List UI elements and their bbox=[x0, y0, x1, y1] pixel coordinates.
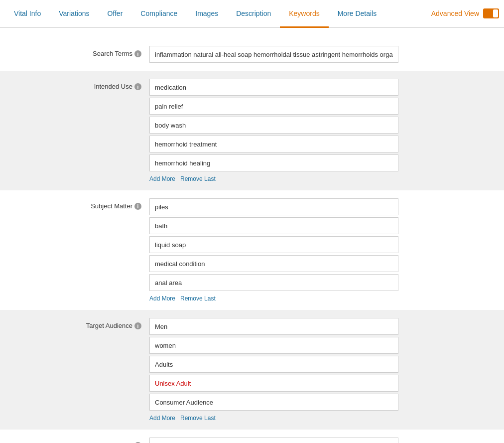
search-terms-input[interactable] bbox=[149, 46, 398, 63]
nav-tabs: Vital Info Variations Offer Compliance I… bbox=[0, 0, 504, 28]
other-attributes-section: Other Attributes i Add More Remove Last bbox=[0, 430, 504, 443]
target-audience-actions: Add More Remove Last bbox=[149, 415, 494, 422]
subject-matter-info-icon[interactable]: i bbox=[134, 203, 141, 210]
other-attributes-input-0[interactable] bbox=[149, 438, 398, 443]
intended-use-remove-last[interactable]: Remove Last bbox=[180, 175, 216, 182]
tab-vital-info[interactable]: Vital Info bbox=[5, 0, 50, 28]
intended-use-add-more[interactable]: Add More bbox=[149, 175, 175, 182]
subject-matter-add-more[interactable]: Add More bbox=[149, 295, 175, 302]
target-audience-input-2[interactable] bbox=[149, 356, 398, 373]
advanced-view-label: Advanced View bbox=[431, 9, 479, 17]
tab-variations[interactable]: Variations bbox=[50, 0, 98, 28]
target-audience-input-3[interactable] bbox=[149, 375, 398, 392]
intended-use-input-4[interactable] bbox=[149, 154, 398, 171]
target-audience-inputs: Add More Remove Last bbox=[149, 318, 494, 422]
subject-matter-actions: Add More Remove Last bbox=[149, 295, 494, 302]
target-audience-input-4[interactable] bbox=[149, 394, 398, 411]
tab-images[interactable]: Images bbox=[186, 0, 227, 28]
search-terms-label: Search Terms i bbox=[10, 46, 149, 63]
target-audience-add-more[interactable]: Add More bbox=[149, 415, 175, 422]
advanced-view-toggle[interactable] bbox=[483, 8, 499, 18]
target-audience-input-0[interactable] bbox=[149, 318, 398, 335]
subject-matter-remove-last[interactable]: Remove Last bbox=[180, 295, 216, 302]
target-audience-info-icon[interactable]: i bbox=[134, 322, 141, 329]
intended-use-input-2[interactable] bbox=[149, 117, 398, 134]
target-audience-remove-last[interactable]: Remove Last bbox=[180, 415, 216, 422]
intended-use-section: Intended Use i Add More Remove Last bbox=[0, 71, 504, 190]
intended-use-input-1[interactable] bbox=[149, 98, 398, 115]
intended-use-actions: Add More Remove Last bbox=[149, 175, 494, 182]
content-area: Search Terms i Intended Use i Add More R… bbox=[0, 28, 504, 443]
intended-use-inputs: Add More Remove Last bbox=[149, 79, 494, 182]
intended-use-label: Intended Use i bbox=[10, 79, 149, 182]
search-terms-info-icon[interactable]: i bbox=[134, 50, 141, 57]
advanced-view-container: Advanced View bbox=[431, 8, 499, 18]
tab-keywords[interactable]: Keywords bbox=[280, 0, 328, 28]
subject-matter-input-4[interactable] bbox=[149, 274, 398, 291]
target-audience-input-1[interactable] bbox=[149, 337, 398, 354]
subject-matter-input-1[interactable] bbox=[149, 217, 398, 234]
intended-use-input-3[interactable] bbox=[149, 136, 398, 152]
subject-matter-input-2[interactable] bbox=[149, 236, 398, 253]
tab-compliance[interactable]: Compliance bbox=[131, 0, 186, 28]
subject-matter-inputs: Add More Remove Last bbox=[149, 198, 494, 302]
tab-more-details[interactable]: More Details bbox=[329, 0, 386, 28]
tab-description[interactable]: Description bbox=[227, 0, 280, 28]
search-terms-inputs bbox=[149, 46, 494, 63]
subject-matter-input-3[interactable] bbox=[149, 255, 398, 272]
other-attributes-label: Other Attributes i bbox=[10, 438, 149, 443]
subject-matter-input-0[interactable] bbox=[149, 198, 398, 215]
subject-matter-section: Subject Matter i Add More Remove Last bbox=[0, 190, 504, 310]
intended-use-input-0[interactable] bbox=[149, 79, 398, 96]
subject-matter-label: Subject Matter i bbox=[10, 198, 149, 302]
target-audience-section: Target Audience i Add More Remove Last bbox=[0, 310, 504, 430]
target-audience-label: Target Audience i bbox=[10, 318, 149, 422]
other-attributes-inputs: Add More Remove Last bbox=[149, 438, 494, 443]
search-terms-section: Search Terms i bbox=[0, 38, 504, 71]
intended-use-info-icon[interactable]: i bbox=[134, 83, 141, 90]
tab-offer[interactable]: Offer bbox=[98, 0, 131, 28]
